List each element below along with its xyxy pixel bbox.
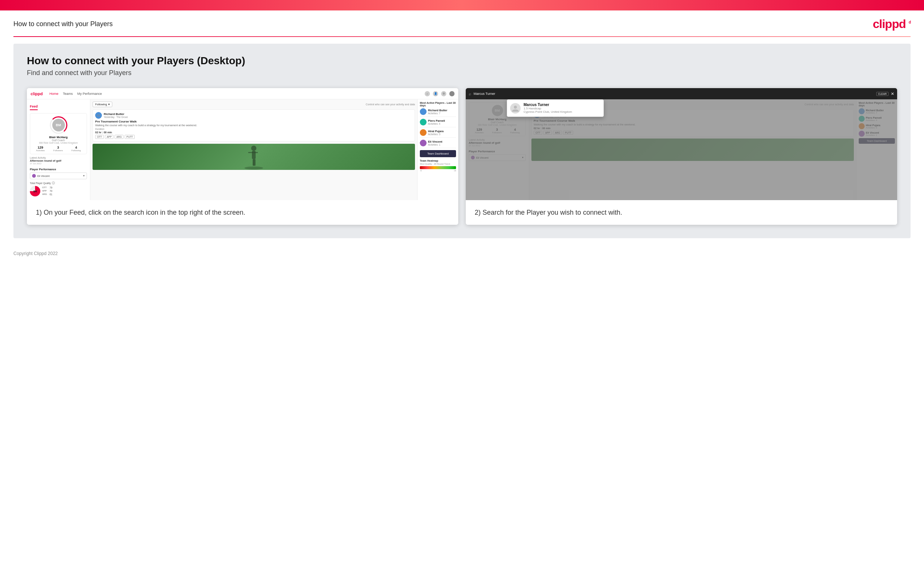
svg-point-3 [251,146,256,151]
duration-label: Duration [95,128,413,130]
search-icon[interactable]: ⌕ [425,91,430,96]
following-bar: Following ▾ Control who can see your act… [92,102,415,107]
app-middle-panel: Following ▾ Control who can see your act… [90,99,417,200]
header-divider [13,36,911,37]
step1-description: 1) On your Feed, click on the search ico… [27,200,458,225]
heatmap-sub: Shot Quality · 20 Round Trend [420,163,456,165]
quality-row-arg: ARG 61 [42,193,52,196]
player-performance-section: Player Performance Eli Vincent ▾ Total P… [30,168,87,196]
most-active-title: Most Active Players - Last 30 days [420,102,456,107]
quality-circle: 84 [30,186,40,196]
player-item-2: Piers Parnell Activities: 4 [420,119,456,127]
quality-label: Total Player Quality i [30,182,87,185]
svg-rect-6 [251,152,258,153]
svg-point-9 [514,106,517,109]
svg-rect-8 [254,159,256,166]
search-result-location: Cypress Point Club, United Kingdom [524,110,572,114]
step2-description: 2) Search for the Player you wish to con… [466,200,897,225]
search-result-info: Marcus Turner 1.5 Handicap Cypress Point… [524,103,572,114]
player-avatar-4 [420,140,427,146]
team-heatmap: Team Heatmap Shot Quality · 20 Round Tre… [420,159,456,172]
search-result-avatar [510,103,521,114]
search-bar-icon: ⌕ [469,91,471,96]
activity-user-info: Richard Butler Yesterday · The Grove [104,112,128,119]
activity-card: RB Richard Butler Yesterday · The Grove … [92,109,415,141]
profile-role: Golf Coach [32,139,85,141]
close-button[interactable]: ✕ [891,91,894,96]
latest-activity-name: Afternoon round of golf [30,159,87,162]
settings-icon[interactable]: ⚙ [441,91,446,96]
player-item-1: Richard Butler Activities: 7 [420,108,456,117]
player-item-3: Hiral Pujara Activities: 3 [420,129,456,138]
main-content: How to connect with your Players (Deskto… [13,44,911,238]
tag-putt: PUTT [125,135,135,139]
pp-title: Player Performance [30,168,87,171]
search-bar: ⌕ Marcus Turner CLEAR ✕ [466,88,897,99]
avatar-icon[interactable] [449,91,455,96]
logo: clippd d [873,17,911,31]
clear-button[interactable]: CLEAR [876,92,888,96]
screenshot-panel-2: clippd Home Teams My Performance BM Blai… [466,88,897,225]
tag-app: APP [105,135,113,139]
nav-item-teams[interactable]: Teams [63,92,73,96]
logo-text: clippd [873,17,906,31]
player-info-3: Hiral Pujara Activities: 3 [428,130,444,136]
activity-tags: OTT APP ARG PUTT [95,135,413,139]
activity-user-sub: Yesterday · The Grove [104,116,128,119]
profile-location: Mill Ride Golf Club, United Kingdom [32,141,85,144]
screenshots-row: clippd Home Teams My Performance ⌕ 👤 ⚙ [27,88,897,225]
feed-tab[interactable]: Feed [30,104,38,110]
stat-activities: 129 Activities [36,146,45,152]
stat-followers: 3 Followers [53,146,63,152]
header: How to connect with your Players clippd … [0,10,924,36]
svg-point-2 [244,167,263,169]
nav-icons: ⌕ 👤 ⚙ [425,91,455,96]
copyright-text: Copyright Clippd 2022 [13,251,58,256]
activity-header: RB Richard Butler Yesterday · The Grove [95,112,413,119]
search-result-handicap: 1.5 Handicap [524,107,572,110]
tag-ott: OTT [95,135,104,139]
latest-activity-label: Latest Activity [30,156,87,159]
main-heading: How to connect with your Players (Deskto… [27,55,897,67]
nav-item-home[interactable]: Home [49,92,58,96]
activity-duration: 02 hr : 00 min [95,131,413,134]
team-dashboard-button[interactable]: Team Dashboard [420,150,456,157]
latest-activity-date: 27 Jul 2022 [30,162,87,165]
app-right-panel: Most Active Players - Last 30 days Richa… [417,99,458,200]
profile-name: Blair McHarg [32,136,85,139]
top-bar [0,0,924,10]
app-body-1: Feed BM Blair McHarg Golf Coach [27,99,458,200]
app-nav-1: clippd Home Teams My Performance ⌕ 👤 ⚙ [27,88,458,99]
app-logo-1: clippd [31,91,42,96]
svg-rect-5 [248,152,251,153]
player-info-1: Richard Butler Activities: 7 [428,109,447,115]
quality-display: 84 OTT 79 APP [30,186,87,196]
player-select[interactable]: Eli Vincent ▾ [30,172,87,179]
app-screenshot-2: clippd Home Teams My Performance BM Blai… [466,88,897,200]
heatmap-labels: -5 +5 [420,169,456,172]
control-link[interactable]: Control who can see your activity and da… [366,103,415,106]
app-screenshot-1: clippd Home Teams My Performance ⌕ 👤 ⚙ [27,88,458,200]
search-result-dropdown: Marcus Turner 1.5 Handicap Cypress Point… [507,99,604,117]
activity-user-avatar: RB [95,112,102,119]
golfer-silhouette [239,144,269,170]
tag-arg: ARG [115,135,123,139]
activity-image [92,144,415,170]
profile-icon[interactable]: 👤 [433,91,438,96]
following-button[interactable]: Following ▾ [92,102,112,107]
activity-user-name: Richard Butler [104,112,128,116]
player-avatar-3 [420,129,427,136]
player-select-avatar [32,174,36,178]
heatmap-bar [420,166,456,169]
activity-title: Pre Tournament Course Walk [95,120,413,123]
nav-item-my-performance[interactable]: My Performance [77,92,102,96]
dropdown-chevron: ▾ [83,174,85,177]
search-input[interactable]: Marcus Turner [474,92,874,96]
chevron-down-icon: ▾ [108,103,110,106]
player-item-4: Eli Vincent Activities: 1 [420,140,456,148]
quality-row-ott: OTT 79 [42,186,52,189]
profile-stats: 129 Activities 3 Followers 4 Following [32,146,85,152]
search-result-item[interactable]: Marcus Turner 1.5 Handicap Cypress Point… [510,103,600,114]
search-result-name: Marcus Turner [524,103,572,107]
main-subheading: Find and connect with your Players [27,69,897,77]
